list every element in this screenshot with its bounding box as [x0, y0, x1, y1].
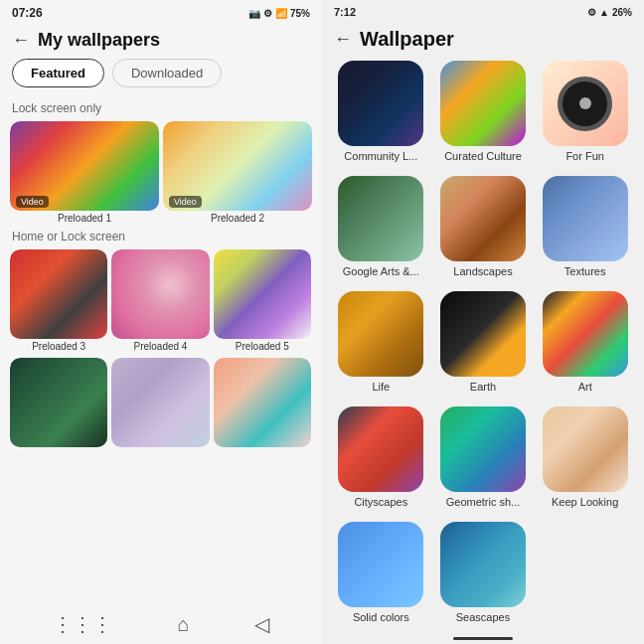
- time-left: 07:26: [12, 6, 43, 20]
- gear-icon-left: ⚙: [263, 8, 272, 19]
- wallpaper-item-2[interactable]: Video Preloaded 2: [163, 121, 312, 226]
- cat-thumb-cityscapes: [338, 406, 423, 492]
- cat-item-textures[interactable]: Textures: [538, 176, 632, 283]
- nav-home-icon[interactable]: ⌂: [177, 613, 189, 636]
- wallpaper-item-7[interactable]: [111, 358, 209, 451]
- top-bar-right: ← Wallpaper: [322, 22, 644, 61]
- category-grid: Community L... Curated Culture For Fun G…: [322, 61, 644, 629]
- cat-item-seascapes[interactable]: Seascapes: [436, 522, 531, 629]
- cat-thumb-community: [338, 61, 423, 146]
- cat-label-curated: Curated Culture: [444, 150, 522, 162]
- nav-menu-icon[interactable]: ⋮⋮⋮: [53, 612, 112, 636]
- cat-label-geometric: Geometric sh...: [446, 496, 521, 508]
- page-title-right: Wallpaper: [360, 28, 454, 51]
- right-panel: 7:12 ⚙ ▲ 26% ← Wallpaper Community L... …: [322, 0, 644, 644]
- back-button-left[interactable]: ←: [12, 30, 30, 51]
- bottom-divider: [453, 637, 513, 640]
- cat-item-keeplooking[interactable]: Keep Looking: [538, 406, 632, 514]
- wp-label-2: Preloaded 2: [163, 211, 312, 226]
- scroll-area-left[interactable]: Lock screen only Video Preloaded 1 Video…: [0, 97, 322, 606]
- cat-item-solid[interactable]: Solid colors: [334, 522, 428, 629]
- status-bar-right: 7:12 ⚙ ▲ 26%: [322, 0, 644, 22]
- lock-screen-grid: Video Preloaded 1 Video Preloaded 2: [0, 121, 322, 226]
- wallpaper-item-4[interactable]: Preloaded 4: [111, 249, 209, 354]
- video-badge-1: Video: [16, 196, 49, 208]
- status-bar-left: 07:26 📷 ⚙ 📶 75%: [0, 0, 322, 24]
- wp-label-4: Preloaded 4: [111, 339, 209, 354]
- cat-thumb-curated: [440, 61, 526, 146]
- cat-label-community: Community L...: [344, 150, 417, 162]
- status-icons-left: 📷 ⚙ 📶 75%: [248, 8, 310, 19]
- cat-label-landscapes: Landscapes: [453, 265, 512, 277]
- nav-bar-left: ⋮⋮⋮ ⌂ ◁: [0, 606, 322, 644]
- video-badge-2: Video: [169, 196, 202, 208]
- top-bar-left: ← My wallpapers: [0, 24, 322, 59]
- tab-featured[interactable]: Featured: [12, 59, 104, 87]
- cat-item-forfun[interactable]: For Fun: [538, 61, 632, 168]
- wp-label-7: [111, 447, 209, 451]
- cat-label-earth: Earth: [470, 381, 496, 393]
- nav-back-icon[interactable]: ◁: [254, 612, 269, 636]
- cat-item-google[interactable]: Google Arts &...: [334, 176, 428, 283]
- signal-icon: 📶: [275, 8, 287, 19]
- wifi-icon-right: ▲: [599, 7, 609, 18]
- wp-label-3: Preloaded 3: [10, 339, 107, 354]
- cat-item-earth[interactable]: Earth: [436, 291, 531, 399]
- wp-label-5: Preloaded 5: [214, 339, 311, 354]
- wp-label-1: Preloaded 1: [10, 211, 159, 226]
- cat-label-solid: Solid colors: [353, 611, 409, 623]
- left-panel: 07:26 📷 ⚙ 📶 75% ← My wallpapers Featured…: [0, 0, 322, 644]
- cat-thumb-art: [543, 291, 628, 377]
- cat-thumb-life: [338, 291, 423, 377]
- back-button-right[interactable]: ←: [334, 29, 352, 50]
- settings-icon-right: ⚙: [587, 7, 596, 18]
- wallpaper-item-6[interactable]: [10, 358, 107, 451]
- cat-label-life: Life: [372, 381, 390, 393]
- cat-item-art[interactable]: Art: [538, 291, 632, 399]
- status-icons-right: ⚙ ▲ 26%: [587, 7, 632, 18]
- wp-label-8: [214, 447, 311, 451]
- tab-downloaded[interactable]: Downloaded: [112, 59, 222, 87]
- cat-item-landscapes[interactable]: Landscapes: [436, 176, 531, 283]
- battery-right: 26%: [612, 7, 632, 18]
- home-lock-grid: Preloaded 3 Preloaded 4 Preloaded 5: [0, 249, 322, 451]
- cat-label-forfun: For Fun: [565, 150, 604, 162]
- cat-item-community[interactable]: Community L...: [334, 61, 428, 168]
- camera-icon: 📷: [248, 8, 260, 19]
- time-right: 7:12: [334, 6, 356, 18]
- cat-item-geometric[interactable]: Geometric sh...: [436, 406, 531, 514]
- wp-label-6: [10, 447, 107, 451]
- cat-label-cityscapes: Cityscapes: [354, 496, 407, 508]
- cat-thumb-google: [338, 176, 423, 261]
- cat-label-keeplooking: Keep Looking: [552, 496, 618, 508]
- cat-label-seascapes: Seascapes: [456, 611, 510, 623]
- battery-left: 75%: [290, 8, 310, 19]
- cat-thumb-seascapes: [440, 522, 526, 607]
- cat-thumb-landscapes: [440, 176, 526, 261]
- cat-label-textures: Textures: [564, 265, 606, 277]
- section-lock-label: Lock screen only: [0, 97, 322, 121]
- cat-item-life[interactable]: Life: [334, 291, 428, 399]
- wallpaper-item-3[interactable]: Preloaded 3: [10, 249, 107, 354]
- cat-thumb-textures: [543, 176, 628, 261]
- cat-thumb-earth: [440, 291, 526, 377]
- cat-label-google: Google Arts &...: [343, 265, 419, 277]
- cat-item-curated[interactable]: Curated Culture: [436, 61, 531, 168]
- cat-thumb-geometric: [440, 406, 526, 492]
- wallpaper-item-1[interactable]: Video Preloaded 1: [10, 121, 159, 226]
- cat-thumb-solid: [338, 522, 423, 607]
- cat-label-art: Art: [578, 381, 592, 393]
- page-title-left: My wallpapers: [38, 30, 160, 51]
- wallpaper-item-8[interactable]: [214, 358, 311, 451]
- section-home-label: Home or Lock screen: [0, 226, 322, 249]
- cat-item-cityscapes[interactable]: Cityscapes: [334, 406, 428, 514]
- cat-thumb-forfun: [543, 61, 628, 146]
- tabs-row: Featured Downloaded: [0, 59, 322, 97]
- cat-thumb-keeplooking: [543, 406, 628, 492]
- wallpaper-item-5[interactable]: Preloaded 5: [214, 249, 311, 354]
